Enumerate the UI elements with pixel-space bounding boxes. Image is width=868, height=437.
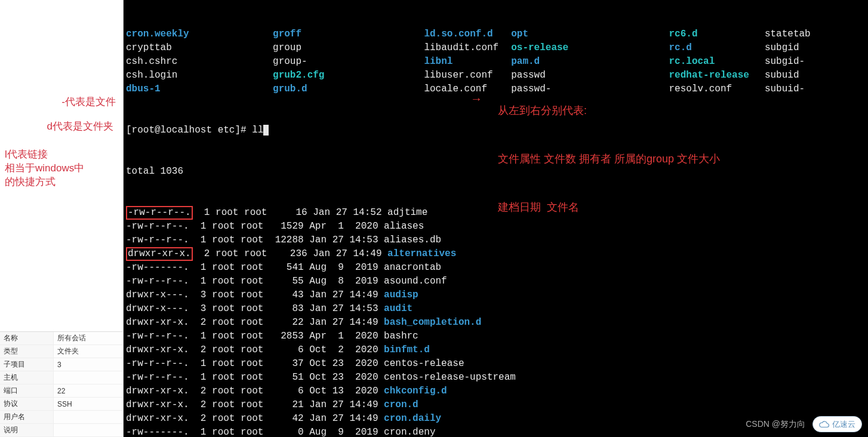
ls-entry: grub2.cfg [273,69,424,82]
filename: bash_completion.d [384,317,481,328]
property-label: 名称 [0,332,54,344]
ls-entry: os-release [511,41,669,55]
property-row: 主机 [0,371,123,384]
property-row: 端口22 [0,384,123,398]
watermark: CSDN @努力向 亿速云 [746,416,862,432]
ls-columns: cron.weeklycrypttabcsh.cshrccsh.logindbu… [126,27,868,96]
filename: adjtime [387,207,427,218]
ls-entry: grub.d [273,82,424,96]
property-label: 类型 [0,345,54,358]
cloud-badge: 亿速云 [812,416,862,432]
file-row: drwxr-xr-x. 2 root root 236 Jan 27 14:49… [126,247,868,261]
filename: centos-release-upstream [384,372,516,383]
file-row: drwxr-xr-x. 2 root root 6 Oct 13 2020 ch… [126,384,868,398]
filename: cron.d [384,399,418,410]
ls-column: groffgroupgroup-grub2.cfggrub.d [273,27,424,96]
property-row: 协议SSH [0,398,123,411]
file-row: -rw-r--r--. 1 root root 16 Jan 27 14:52 … [126,206,868,220]
csdn-watermark: CSDN @努力向 [746,417,805,431]
filename: binfmt.d [384,344,430,355]
property-value: 3 [54,361,123,369]
annotation-area: -代表是文件 d代表是文件夹 l代表链接 相当于windows中 的快捷方式 [0,0,123,331]
file-row: drwxr-xr-x. 2 root root 6 Oct 2 2020 bin… [126,343,868,357]
cursor-icon [263,125,269,136]
property-row: 子项目3 [0,358,123,371]
annotation-d: d代表是文件夹 [4,120,119,134]
property-value: 所有会话 [54,333,123,343]
ls-entry: groff [273,27,424,41]
filename: cron.deny [384,427,435,437]
filename: cron.daily [384,413,441,424]
property-label: 端口 [0,384,54,397]
annotation-right: 从左到右分别代表: 文件属性 文件数 拥有者 所属的group 文件大小 建档日… [498,70,720,248]
total-line: total 1036 [126,165,868,179]
ls-entry: rc.local [669,55,764,69]
file-row: drwxr-xr-x. 2 root root 22 Jan 27 14:49 … [126,316,868,330]
file-row: -rw-------. 1 root root 541 Aug 9 2019 a… [126,261,868,275]
ls-entry: rc6.d [669,27,764,41]
property-label: 协议 [0,398,54,410]
property-value: SSH [54,400,123,408]
file-row: -rw-r--r--. 1 root root 2853 Apr 1 2020 … [126,330,868,343]
ls-entry: statetab [765,27,868,41]
ls-entry: opt [511,27,669,41]
property-row: 类型文件夹 [0,345,123,358]
filename: audit [384,303,413,314]
property-row: 名称所有会话 [0,332,123,345]
ls-entry: ld.so.conf.d [424,27,511,41]
ls-entry: rc.d [669,41,764,55]
filename: aliases [384,221,424,232]
file-row: drwxr-x---. 3 root root 43 Jan 27 14:49 … [126,288,868,302]
property-value: 文件夹 [54,346,123,356]
filename: audisp [384,290,418,300]
ls-entry: cron.weekly [126,27,273,41]
filename: aliases.db [384,235,441,245]
file-row: drwxr-xr-x. 2 root root 21 Jan 27 14:49 … [126,398,868,412]
property-row: 说明 [0,424,123,437]
cloud-icon [819,421,830,428]
ls-entry: crypttab [126,41,273,55]
ls-entry: libnl [424,55,511,69]
property-label: 主机 [0,371,54,384]
filename: bashrc [384,331,418,341]
file-row: -rw-r--r--. 1 root root 1529 Apr 1 2020 … [126,220,868,233]
property-row: 用户名 [0,411,123,424]
ls-column: cron.weeklycrypttabcsh.cshrccsh.logindbu… [126,27,273,96]
filename: chkconfig.d [384,386,447,396]
file-row: drwxr-x---. 3 root root 83 Jan 27 14:53 … [126,302,868,316]
ls-entry: subgid [765,41,868,55]
file-row: -rw-r--r--. 1 root root 12288 Jan 27 14:… [126,233,868,247]
ls-entry: dbus-1 [126,82,273,96]
ls-entry: pam.d [511,55,669,69]
ls-entry: csh.login [126,69,273,82]
prompt-line: [root@localhost etc]# ll [126,124,868,137]
property-value: 22 [54,387,123,395]
ls-entry: group [273,41,424,55]
ls-column: statetabsubgidsubgid-subuidsubuid- [765,27,868,96]
ls-entry: subuid- [765,82,868,96]
property-label: 说明 [0,424,54,436]
ls-entry: libaudit.conf [424,41,511,55]
left-panel: -代表是文件 d代表是文件夹 l代表链接 相当于windows中 的快捷方式 名… [0,0,124,437]
ls-entry: csh.cshrc [126,55,273,69]
annotation-l: l代表链接 相当于windows中 的快捷方式 [4,148,119,189]
arrow-icon: → [473,93,480,106]
file-row: -rw-r--r--. 1 root root 37 Oct 23 2020 c… [126,357,868,371]
ls-entry: subuid [765,69,868,82]
ls-entry: subgid- [765,55,868,69]
filename: asound.conf [384,276,447,287]
ll-listing: -rw-r--r--. 1 root root 16 Jan 27 14:52 … [126,206,868,437]
annotation-dash: -代表是文件 [4,96,119,109]
filename: anacrontab [384,262,441,273]
filename: alternatives [387,248,456,259]
session-properties-table: 名称所有会话类型文件夹子项目3主机端口22协议SSH用户名说明 [0,331,123,437]
ls-entry: group- [273,55,424,69]
property-label: 用户名 [0,411,54,423]
property-label: 子项目 [0,358,54,371]
terminal[interactable]: cron.weeklycrypttabcsh.cshrccsh.logindbu… [124,0,868,437]
file-row: -rw-r--r--. 1 root root 51 Oct 23 2020 c… [126,371,868,384]
file-row: -rw-r--r--. 1 root root 55 Aug 8 2019 as… [126,275,868,288]
filename: centos-release [384,358,464,369]
